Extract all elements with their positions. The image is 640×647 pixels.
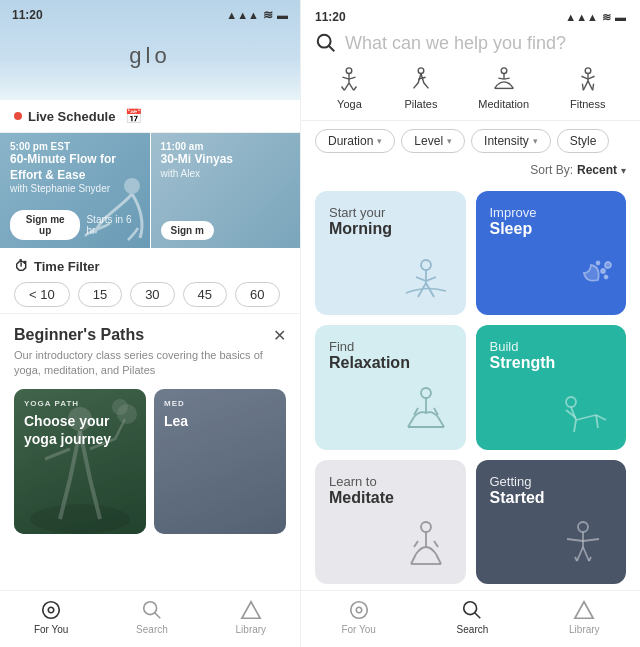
right-nav-for-you-label: For You xyxy=(341,624,375,635)
left-wifi-icon: ≋ xyxy=(263,8,273,22)
svg-point-10 xyxy=(318,35,331,48)
time-pill-45[interactable]: 45 xyxy=(183,282,227,307)
right-nav-library-label: Library xyxy=(569,624,600,635)
filter-intensity-label: Intensity xyxy=(484,134,529,148)
grid-card-sleep[interactable]: Improve Sleep xyxy=(476,191,627,315)
grid-card-morning[interactable]: Start your Morning xyxy=(315,191,466,315)
live-schedule-label: Live Schedule xyxy=(28,109,115,124)
right-bottom-nav: For You Search Library xyxy=(301,590,640,647)
filter-intensity[interactable]: Intensity ▾ xyxy=(471,129,551,153)
grid-card-strength[interactable]: Build Strength xyxy=(476,325,627,449)
clock-icon: ⏱ xyxy=(14,258,28,274)
svg-point-20 xyxy=(605,262,611,268)
sign-me-up-button[interactable]: Sign me up xyxy=(10,210,80,240)
search-placeholder-text: What can we help you find? xyxy=(345,33,566,54)
svg-point-24 xyxy=(578,522,588,532)
fitness-label: Fitness xyxy=(570,98,605,110)
time-filter-section: ⏱ Time Filter < 10 15 30 45 60 xyxy=(0,248,300,313)
left-signal-icon: ▲▲▲ xyxy=(226,9,259,21)
right-panel: 11:20 ▲▲▲ ≋ ▬ What can we help you find? xyxy=(300,0,640,647)
grid-card-getting-started[interactable]: Getting Started xyxy=(476,460,627,584)
filter-style[interactable]: Style xyxy=(557,129,610,153)
level-chevron-icon: ▾ xyxy=(447,136,452,146)
close-button[interactable]: ✕ xyxy=(273,326,286,345)
left-nav-library-label: Library xyxy=(236,624,267,635)
filter-duration-label: Duration xyxy=(328,134,373,148)
beginners-title: Beginner's Paths xyxy=(14,326,286,344)
class-card-left[interactable]: 5:00 pm EST 60-Minute Flow for Effort & … xyxy=(0,133,150,248)
path-cards-row: YOGA PATH Choose your yoga journey MED L… xyxy=(14,389,286,534)
time-pill-10[interactable]: < 10 xyxy=(14,282,70,307)
class-time-left: 5:00 pm EST xyxy=(10,141,140,152)
grid-card-relaxation[interactable]: Find Relaxation xyxy=(315,325,466,449)
yoga-path-tag: YOGA PATH xyxy=(24,399,136,408)
relaxation-top-text: Find xyxy=(329,339,452,354)
calendar-icon[interactable]: 📅 xyxy=(125,108,142,124)
right-nav-search[interactable]: Search xyxy=(457,599,489,635)
strength-bold-text: Strength xyxy=(490,354,613,372)
filter-duration[interactable]: Duration ▾ xyxy=(315,129,395,153)
sort-row: Sort By: Recent ▾ xyxy=(301,159,640,185)
class-instructor-left: with Stephanie Snyder xyxy=(10,183,140,194)
right-nav-for-you[interactable]: For You xyxy=(341,599,375,635)
category-fitness[interactable]: Fitness xyxy=(570,66,605,110)
yoga-icon xyxy=(335,66,363,94)
filters-row: Duration ▾ Level ▾ Intensity ▾ Style xyxy=(301,121,640,159)
starts-text: Starts in 6 hr xyxy=(86,214,139,236)
svg-point-16 xyxy=(421,260,431,270)
class-cards-row: 5:00 pm EST 60-Minute Flow for Effort & … xyxy=(0,133,300,248)
search-bar[interactable]: What can we help you find? xyxy=(301,24,640,60)
category-meditation[interactable]: Meditation xyxy=(478,66,529,110)
time-pill-30[interactable]: 30 xyxy=(130,282,174,307)
svg-point-5 xyxy=(43,602,60,619)
sort-chevron-icon[interactable]: ▾ xyxy=(621,165,626,176)
right-search-icon xyxy=(461,599,483,621)
category-pilates[interactable]: Pilates xyxy=(404,66,437,110)
filter-level[interactable]: Level ▾ xyxy=(401,129,465,153)
class-title-right: 30-Mi Vinyas xyxy=(161,152,291,168)
morning-bold-text: Morning xyxy=(329,220,452,238)
svg-point-6 xyxy=(48,607,54,613)
meditate-bold-text: Meditate xyxy=(329,489,452,507)
intensity-chevron-icon: ▾ xyxy=(533,136,538,146)
svg-point-21 xyxy=(421,388,431,398)
meditation-icon xyxy=(490,66,518,94)
sleep-bold-text: Sleep xyxy=(490,220,613,238)
pilates-label: Pilates xyxy=(404,98,437,110)
left-nav-library[interactable]: Library xyxy=(236,599,267,635)
left-nav-for-you[interactable]: For You xyxy=(34,599,68,635)
beginners-paths-section: ✕ Beginner's Paths Our introductory clas… xyxy=(0,313,300,542)
morning-icon xyxy=(396,255,456,305)
svg-line-28 xyxy=(475,613,481,619)
meditation-path-tag: MED xyxy=(164,399,276,408)
for-you-icon xyxy=(40,599,62,621)
meditation-path-overlay: MED Lea xyxy=(154,389,286,534)
morning-top-text: Start your xyxy=(329,205,452,220)
yoga-path-overlay: YOGA PATH Choose your yoga journey xyxy=(14,389,146,534)
left-panel: 11:20 ▲▲▲ ≋ ▬ glo Live Schedule 📅 xyxy=(0,0,300,647)
sign-button-right[interactable]: Sign m xyxy=(161,221,214,240)
time-pill-15[interactable]: 15 xyxy=(78,282,122,307)
search-icon xyxy=(315,32,337,54)
svg-point-22 xyxy=(566,397,576,407)
sort-value[interactable]: Recent xyxy=(577,163,617,177)
yoga-label: Yoga xyxy=(337,98,362,110)
time-pills: < 10 15 30 45 60 xyxy=(14,282,286,307)
right-nav-library[interactable]: Library xyxy=(569,599,600,635)
right-signal-icon: ▲▲▲ xyxy=(565,11,598,23)
right-nav-search-label: Search xyxy=(457,624,489,635)
sleep-icon xyxy=(556,255,616,305)
svg-point-12 xyxy=(347,68,353,74)
filter-style-label: Style xyxy=(570,134,597,148)
time-pill-60[interactable]: 60 xyxy=(235,282,279,307)
grid-card-meditate[interactable]: Learn to Meditate xyxy=(315,460,466,584)
yoga-path-card[interactable]: YOGA PATH Choose your yoga journey xyxy=(14,389,146,534)
left-header: 11:20 ▲▲▲ ≋ ▬ glo xyxy=(0,0,300,100)
class-card-right[interactable]: 11:00 am 30-Mi Vinyas with Alex Sign m xyxy=(151,133,301,248)
meditation-path-title: Lea xyxy=(164,412,276,430)
category-yoga[interactable]: Yoga xyxy=(335,66,363,110)
yoga-path-title: Choose your yoga journey xyxy=(24,412,136,448)
left-nav-search[interactable]: Search xyxy=(136,599,168,635)
meditation-path-card[interactable]: MED Lea xyxy=(154,389,286,534)
sleep-top-text: Improve xyxy=(490,205,613,220)
